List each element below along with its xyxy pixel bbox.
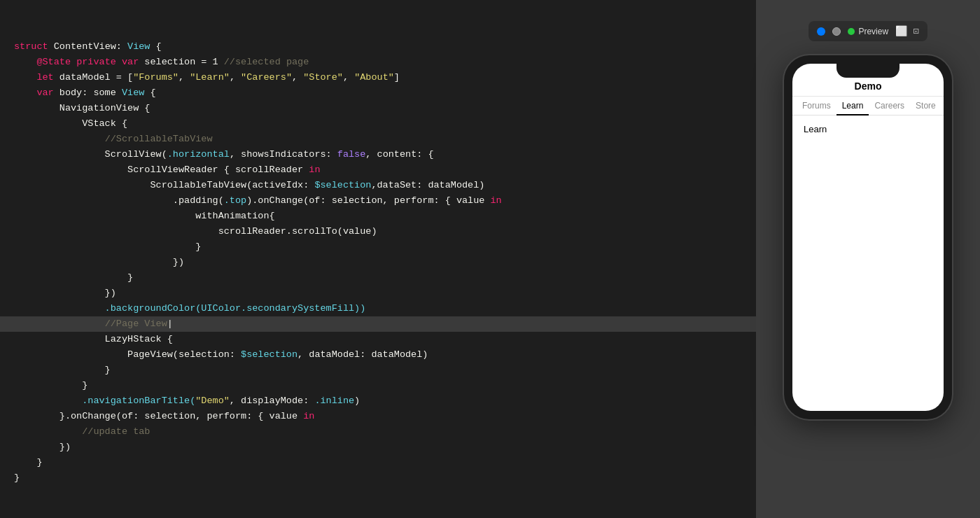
monitor-icon[interactable]: ⬜ [895,25,907,37]
code-line: ScrollViewReader { scrollReader in [0,162,756,178]
code-content: struct ContentView: View { @State privat… [0,0,756,494]
code-line: scrollReader.scrollTo(value) [0,224,756,239]
code-line: } [0,470,756,486]
iphone-screen: Demo ForumsLearnCareersStoreA Learn [792,64,944,411]
code-line: @State private var selection = 1 //selec… [0,55,756,70]
toolbar-icons: ⬜ ⊡ [895,25,918,37]
tab-item[interactable]: Learn [836,97,869,115]
code-line: let dataModel = ["Forums", "Learn", "Car… [0,70,756,85]
code-line: PageView(selection: $selection, dataMode… [0,347,756,363]
code-line: VStack { [0,116,756,132]
code-line: .backgroundColor(UIColor.secondarySystem… [0,301,756,316]
nav-bar: Demo [792,78,944,97]
toolbar-dot-blue [817,27,825,36]
iphone-notch [836,64,899,78]
page-content: Learn [792,115,944,411]
code-line: .padding(.top).onChange(of: selection, p… [0,193,756,209]
code-line: ScrollableTabView(activeIdx: $selection,… [0,178,756,193]
code-line: //ScrollableTabView [0,132,756,147]
nav-title: Demo [855,80,882,92]
code-line: } [0,363,756,378]
code-line: } [0,270,756,286]
toolbar-dot-gray [832,27,841,36]
iphone-mockup: Demo ForumsLearnCareersStoreA Learn [784,55,952,419]
code-line: }) [0,440,756,455]
code-editor: struct ContentView: View { @State privat… [0,0,756,518]
code-line: } [0,378,756,393]
code-line: var body: some View { [0,85,756,101]
code-line: struct ContentView: View { [0,39,756,55]
preview-button[interactable]: Preview [848,27,888,36]
preview-toolbar: Preview ⬜ ⊡ [808,21,927,41]
code-line: withAnimation{ [0,209,756,224]
code-line: }.onChange(of: selection, perform: { val… [0,409,756,424]
code-line: } [0,239,756,255]
split-icon[interactable]: ⊡ [913,25,918,37]
code-line: .navigationBarTitle("Demo", displayMode:… [0,393,756,409]
tab-item[interactable]: Careers [869,97,910,115]
tab-item[interactable]: A [941,97,944,115]
preview-panel: Preview ⬜ ⊡ Demo ForumsLearnCareersStore… [756,0,980,518]
code-line: ScrollView(.horizontal, showsIndicators:… [0,147,756,162]
tab-item[interactable]: Store [910,97,941,115]
code-line: NavigationView { [0,101,756,116]
page-text: Learn [804,124,827,134]
dot-green-icon [848,28,855,35]
code-line: LazyHStack { [0,332,756,347]
code-line: } [0,455,756,470]
code-line: }) [0,255,756,270]
code-line: //Page View| [0,316,756,332]
code-line: //update tab [0,424,756,440]
code-line: }) [0,286,756,301]
tab-bar: ForumsLearnCareersStoreA [792,97,944,115]
tab-item[interactable]: Forums [797,97,836,115]
preview-label: Preview [858,27,888,36]
